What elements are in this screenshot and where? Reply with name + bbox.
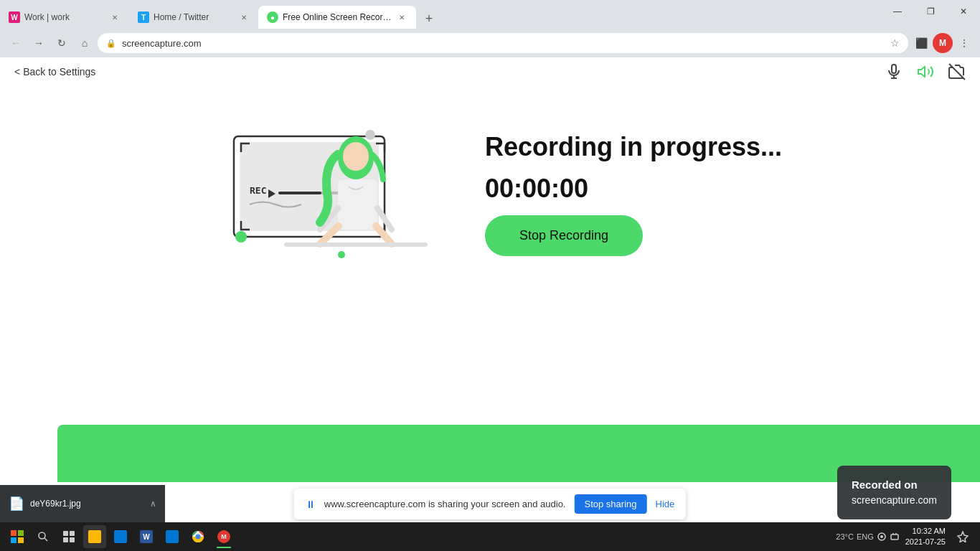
svg-rect-20	[284, 242, 428, 247]
search-button[interactable]	[32, 525, 55, 548]
svg-line-27	[44, 538, 47, 541]
extensions-button[interactable]: ⬛	[911, 33, 931, 53]
notification-button[interactable]	[951, 525, 974, 548]
taskbar-file-manager[interactable]	[83, 525, 106, 548]
share-notification: ⏸ www.screencapture.com is sharing your …	[294, 489, 686, 519]
svg-line-4	[949, 64, 965, 80]
recording-info: Recording in progress... 00:00:00 Stop R…	[485, 131, 782, 256]
tab-twitter-icon: T	[138, 11, 149, 23]
tab-recorder-title: Free Online Screen Recorder | Fr...	[283, 12, 392, 22]
download-bar: 📄 deY69kr1.jpg ∧	[0, 485, 165, 522]
svg-rect-22	[11, 530, 17, 536]
taskbar-profile[interactable]: M	[212, 525, 235, 548]
bookmark-icon[interactable]: ☆	[890, 37, 900, 49]
camera-off-icon[interactable]	[948, 63, 966, 84]
back-button[interactable]: ←	[6, 33, 26, 53]
tab-work-icon: W	[9, 11, 20, 23]
share-pause-icon[interactable]: ⏸	[306, 499, 316, 510]
profile-button[interactable]: M	[933, 33, 953, 53]
lock-icon: 🔒	[106, 39, 116, 48]
svg-rect-30	[63, 537, 68, 542]
new-tab-button[interactable]: +	[419, 9, 439, 29]
back-to-settings-label: Back to Settings	[23, 66, 95, 77]
download-chevron-icon[interactable]: ∧	[150, 499, 156, 509]
taskbar-date-value: 2021-07-25	[905, 537, 946, 547]
svg-rect-10	[278, 192, 321, 194]
svg-marker-3	[918, 67, 925, 77]
svg-rect-29	[70, 531, 75, 536]
svg-rect-36	[891, 534, 898, 540]
taskbar-mail[interactable]	[161, 525, 184, 548]
svg-rect-15	[338, 179, 377, 230]
stop-sharing-button[interactable]: Stop sharing	[574, 494, 646, 514]
taskbar-lang: ENG	[857, 532, 874, 541]
menu-button[interactable]: ⋮	[954, 33, 974, 53]
close-button[interactable]: ✕	[947, 0, 980, 23]
top-icons	[885, 63, 966, 84]
mic-icon[interactable]	[885, 63, 903, 84]
taskbar-system-tray: 23°C ENG	[836, 532, 899, 542]
svg-point-14	[343, 142, 369, 171]
tab-work-close[interactable]: ✕	[109, 11, 121, 23]
svg-rect-28	[63, 531, 68, 536]
download-filename: deY69kr1.jpg	[30, 499, 144, 509]
address-bar[interactable]: 🔒 screencapture.com ☆	[98, 33, 908, 53]
reload-button[interactable]: ↻	[52, 33, 72, 53]
tab-twitter[interactable]: T Home / Twitter ✕	[129, 6, 258, 29]
recorded-badge-line1: Recorded on	[852, 477, 937, 494]
taskbar-chrome[interactable]	[187, 525, 209, 548]
taskbar-word[interactable]: W	[135, 525, 158, 548]
minimize-button[interactable]: —	[881, 0, 914, 23]
back-to-settings-link[interactable]: < Back to Settings	[14, 66, 95, 77]
tab-work-title: Work | work	[24, 12, 105, 22]
main-content: REC	[0, 57, 980, 330]
download-file-icon: 📄	[9, 496, 24, 512]
taskbar-taskview[interactable]	[57, 525, 80, 548]
taskbar-temp: 23°C	[836, 532, 854, 541]
recording-illustration: REC	[198, 115, 428, 273]
stop-recording-button[interactable]: Stop Recording	[485, 215, 643, 256]
svg-point-33	[196, 534, 201, 540]
tab-recorder-close[interactable]: ✕	[396, 11, 407, 23]
svg-point-21	[338, 251, 345, 258]
share-text: www.screencapture.com is sharing your sc…	[324, 499, 566, 509]
tab-twitter-close[interactable]: ✕	[238, 11, 250, 23]
svg-point-26	[39, 532, 45, 539]
taskbar-store[interactable]	[109, 525, 132, 548]
svg-point-11	[235, 231, 247, 242]
svg-text:REC: REC	[250, 185, 266, 196]
start-button[interactable]	[6, 525, 29, 548]
taskbar-clock[interactable]: 10:32 AM 2021-07-25	[903, 526, 948, 548]
svg-rect-23	[18, 530, 24, 536]
recorded-badge-line2: screencapture.com	[852, 493, 937, 508]
svg-rect-31	[70, 537, 75, 542]
svg-point-35	[880, 535, 883, 538]
svg-point-12	[365, 130, 375, 140]
taskbar: W M 23°C ENG 10:32 AM 2021-07-25	[0, 522, 980, 551]
forward-button[interactable]: →	[29, 33, 49, 53]
svg-rect-0	[892, 65, 896, 73]
home-button[interactable]: ⌂	[75, 33, 95, 53]
tab-twitter-title: Home / Twitter	[154, 12, 234, 22]
window-controls: — ❐ ✕	[881, 0, 980, 29]
tab-recorder[interactable]: ● Free Online Screen Recorder | Fr... ✕	[258, 6, 416, 29]
recording-title: Recording in progress...	[485, 131, 782, 162]
back-chevron-icon: <	[14, 66, 20, 77]
tab-work[interactable]: W Work | work ✕	[0, 6, 129, 29]
maximize-button[interactable]: ❐	[914, 0, 947, 23]
recording-timer: 00:00:00	[485, 174, 782, 204]
page-content: < Back to Settings	[0, 57, 980, 551]
tab-recorder-icon: ●	[267, 11, 278, 23]
svg-rect-24	[11, 537, 17, 543]
address-text: screencapture.com	[122, 38, 885, 49]
recorded-badge: Recorded on screencapture.com	[837, 466, 951, 520]
taskbar-time-value: 10:32 AM	[905, 526, 946, 537]
speaker-icon[interactable]	[917, 63, 934, 84]
hide-sharing-button[interactable]: Hide	[655, 499, 674, 509]
svg-rect-25	[18, 537, 24, 543]
